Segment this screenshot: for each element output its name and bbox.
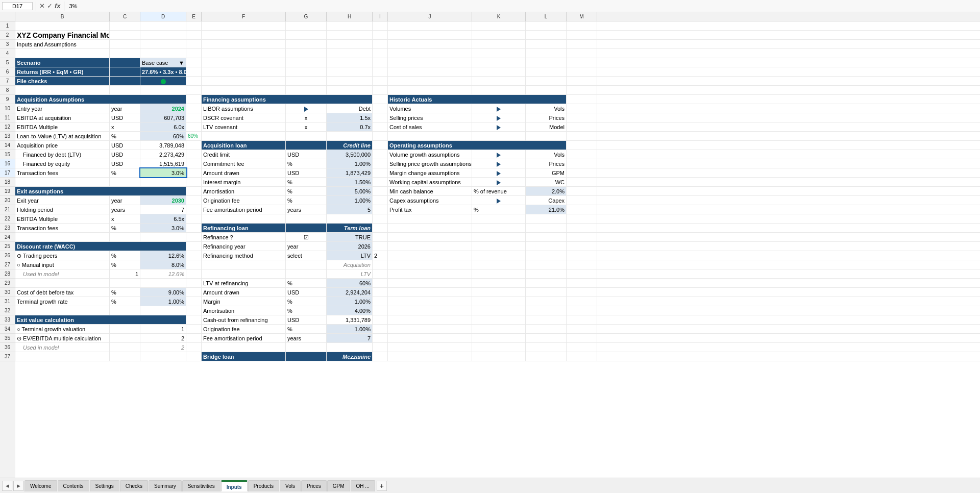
- tab-welcome[interactable]: Welcome: [24, 480, 57, 491]
- orig-fee-refi-value[interactable]: 1.00%: [327, 325, 373, 333]
- refinance-checkbox[interactable]: ☑: [286, 233, 327, 241]
- cost-debt-value[interactable]: 9.00%: [140, 288, 186, 297]
- row-11: 11: [0, 113, 15, 122]
- scenario-dropdown[interactable]: Base case ▼: [140, 58, 186, 67]
- trans-fees-exit-value[interactable]: 3.0%: [140, 224, 186, 232]
- cell-c1: [110, 21, 140, 30]
- grid-row-6: Returns (IRR • EqM • GR) 27.6% • 3.3x • …: [15, 67, 980, 77]
- tab-contents[interactable]: Contents: [58, 480, 89, 491]
- col-header-d: D: [140, 12, 186, 21]
- fee-amort-value[interactable]: 5: [327, 205, 373, 214]
- cell-h3: [327, 40, 373, 48]
- amount-drawn-refi-value[interactable]: 2,924,204: [327, 288, 373, 297]
- cancel-icon[interactable]: ✕: [39, 2, 45, 10]
- min-cash-unit: % of revenue: [472, 187, 526, 195]
- terminal-growth-value[interactable]: 1.00%: [140, 297, 186, 306]
- ebitda-multiple-value[interactable]: 6.0x: [140, 122, 186, 131]
- entry-year-value[interactable]: 2024: [140, 104, 186, 113]
- grid-body: 1 2 3 4 5 6 7 8 9 10 11 12 13 14 15 16 1…: [0, 21, 980, 478]
- refinance-value: TRUE: [327, 233, 373, 241]
- tab-oh[interactable]: OH ...: [351, 480, 375, 491]
- tab-gpm[interactable]: GPM: [327, 480, 350, 491]
- libor-arrow-icon: [304, 107, 308, 112]
- margin-refi-value[interactable]: 1.00%: [327, 297, 373, 306]
- tab-sensitivities[interactable]: Sensitivities: [182, 480, 220, 491]
- grid-row-13: Loan-to-Value (LTV) at acquisition % 60%…: [15, 132, 980, 141]
- acq-assumptions-header: Acquisition Assumptions: [15, 95, 186, 104]
- row-3: 3: [0, 40, 15, 49]
- function-icon[interactable]: fx: [55, 2, 61, 10]
- terminal-val-label: ○ Terminal growth valuation: [15, 325, 110, 333]
- fee-amort-refi-value[interactable]: 7: [327, 334, 373, 342]
- orig-fee-value[interactable]: 1.00%: [327, 196, 373, 205]
- ebitda-multiple-unit: x: [110, 122, 140, 131]
- refi-method-value[interactable]: LTV: [327, 251, 373, 260]
- capex-arrow-icon: [497, 199, 501, 204]
- grid-row-5: Scenario Base case ▼: [15, 58, 980, 67]
- cell-reference[interactable]: [2, 2, 33, 10]
- libor-value: Debt: [327, 104, 373, 113]
- tab-products[interactable]: Products: [248, 480, 279, 491]
- row-30: 30: [0, 288, 15, 297]
- row-6: 6: [0, 67, 15, 77]
- grid-row-25: Discount rate (WACC) Refinancing year ye…: [15, 242, 980, 251]
- formula-input[interactable]: [67, 3, 978, 10]
- row-10: 10: [0, 104, 15, 113]
- commit-fee-value[interactable]: 1.00%: [327, 159, 373, 168]
- manual-input-value[interactable]: 8.0%: [140, 260, 186, 269]
- grid-content: XYZ Company Financial Model Inputs and A…: [15, 21, 980, 478]
- acq-ltv-label: Acquisition: [327, 260, 373, 269]
- tab-nav-prev[interactable]: ◀: [2, 481, 12, 491]
- refi-year-value[interactable]: 2026: [327, 242, 373, 251]
- cell-j1: [388, 21, 472, 30]
- grid-row-20: Exit year year 2030 Origination fee % 1.…: [15, 196, 980, 205]
- interest-margin-value[interactable]: 1.50%: [327, 178, 373, 186]
- manual-input-label: ○ Manual input: [15, 260, 110, 269]
- dscr-value[interactable]: 1.5x: [327, 113, 373, 122]
- tab-inputs[interactable]: Inputs: [221, 480, 248, 491]
- trans-fees-exit-unit: %: [110, 224, 140, 232]
- wacc-used-value2: 12.6%: [140, 269, 186, 278]
- tab-prices[interactable]: Prices: [301, 480, 327, 491]
- commit-fee-unit: %: [286, 159, 327, 168]
- trans-fees-unit: %: [110, 168, 140, 177]
- refi-loan-header: Refinancing loan: [202, 224, 286, 232]
- trading-peers-value[interactable]: 12.6%: [140, 251, 186, 260]
- sell-price-growth-value: Prices: [526, 159, 567, 168]
- credit-limit-value[interactable]: 3,500,000: [327, 150, 373, 159]
- trans-fees-value[interactable]: 3.0%: [140, 168, 186, 177]
- tab-checks[interactable]: Checks: [120, 480, 148, 491]
- wc-arrow: [472, 178, 526, 186]
- ltv-covenant-value[interactable]: 0.7x: [327, 122, 373, 131]
- amount-drawn-label: Amount drawn: [202, 168, 286, 177]
- row-37: 37: [0, 352, 15, 361]
- ltv-acq-value[interactable]: 60%: [140, 132, 186, 140]
- tab-settings[interactable]: Settings: [90, 480, 119, 491]
- ebitda-exit-mult-value[interactable]: 6.5x: [140, 214, 186, 223]
- tab-vols[interactable]: Vols: [280, 480, 301, 491]
- refi-method-value2: 2: [373, 251, 388, 260]
- grid-row-22: EBITDA Multiple x 6.5x: [15, 214, 980, 224]
- add-sheet-button[interactable]: +: [377, 481, 387, 491]
- amort-refi-value[interactable]: 4.00%: [327, 306, 373, 315]
- margin-change-arrow: [472, 168, 526, 177]
- amount-drawn-value[interactable]: 1,873,429: [327, 168, 373, 177]
- volumes-value: Vols: [526, 104, 567, 113]
- ebitda-acq-value[interactable]: 607,703: [140, 113, 186, 122]
- min-cash-value[interactable]: 2.0%: [526, 187, 567, 195]
- row-21: 21: [0, 205, 15, 214]
- exit-year-value[interactable]: 2030: [140, 196, 186, 205]
- row-9: 9: [0, 95, 15, 104]
- ltv-label-row28: LTV: [327, 269, 373, 278]
- entry-year-unit: year: [110, 104, 140, 113]
- tab-summary[interactable]: Summary: [149, 480, 182, 491]
- ltv-refi-value[interactable]: 60%: [327, 279, 373, 287]
- column-headers: B C D E F G H I J K L M: [0, 12, 980, 21]
- cashout-refi-unit: USD: [286, 315, 327, 324]
- entry-year-label: Entry year: [15, 104, 110, 113]
- profit-tax-value[interactable]: 21.0%: [526, 205, 567, 214]
- amortisation-value[interactable]: 5.00%: [327, 187, 373, 195]
- tab-nav-next[interactable]: ▶: [13, 481, 23, 491]
- confirm-icon[interactable]: ✓: [47, 2, 53, 10]
- file-checks-indicator: [140, 77, 186, 85]
